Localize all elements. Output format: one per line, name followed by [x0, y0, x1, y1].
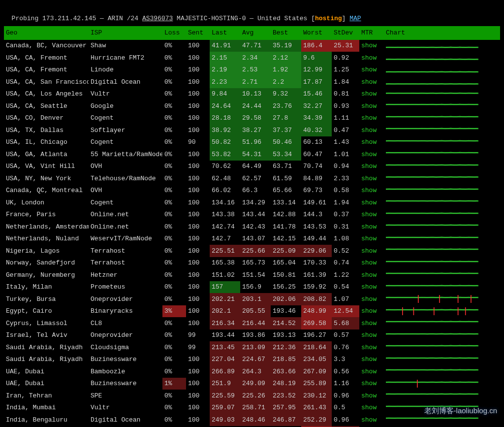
cell-last: 259.07 — [210, 402, 240, 414]
cell-chart[interactable] — [384, 269, 500, 281]
cell-chart[interactable] — [384, 40, 500, 52]
cell-loss: 0% — [162, 172, 186, 185]
mtr-show-link[interactable]: show — [361, 416, 377, 424]
cell-chart[interactable] — [384, 281, 500, 294]
cell-chart[interactable] — [384, 88, 500, 100]
mtr-show-link[interactable]: show — [361, 331, 377, 339]
cell-loss: 0% — [162, 402, 186, 414]
mtr-show-link[interactable]: show — [361, 187, 377, 194]
cell-avg: 203.1 — [240, 293, 271, 305]
mtr-show-link[interactable]: show — [361, 344, 377, 351]
mtr-show-link[interactable]: show — [361, 151, 377, 158]
cell-chart[interactable] — [384, 365, 500, 378]
col-mtr[interactable]: MTR — [359, 26, 384, 40]
mtr-show-link[interactable]: show — [361, 271, 377, 279]
col-last[interactable]: Last — [210, 26, 240, 40]
col-best[interactable]: Best — [271, 26, 301, 40]
cell-chart[interactable] — [384, 257, 500, 269]
col-stdev[interactable]: StDev — [332, 26, 359, 40]
cell-chart[interactable] — [384, 76, 500, 88]
mtr-show-link[interactable]: show — [361, 283, 377, 291]
cell-chart[interactable] — [384, 414, 500, 426]
cell-chart[interactable] — [384, 136, 500, 149]
mtr-show-link[interactable]: show — [361, 380, 377, 387]
cell-chart[interactable] — [384, 209, 500, 221]
mtr-show-link[interactable]: show — [361, 247, 377, 255]
cell-last: 202.21 — [210, 293, 240, 305]
cell-chart[interactable] — [384, 100, 500, 112]
cell-chart[interactable] — [384, 245, 500, 257]
mtr-show-link[interactable]: show — [361, 138, 377, 146]
cell-chart[interactable] — [384, 197, 500, 209]
cell-chart[interactable] — [384, 148, 500, 161]
cell-avg: 264.3 — [240, 365, 271, 378]
cell-best: 35.19 — [271, 40, 301, 52]
cell-sent: 100 — [186, 52, 210, 64]
cell-chart[interactable] — [384, 112, 500, 125]
cell-chart[interactable] — [384, 402, 500, 414]
mtr-show-link[interactable]: show — [361, 199, 377, 206]
cell-chart[interactable] — [384, 233, 500, 245]
mtr-show-link[interactable]: show — [361, 356, 377, 363]
cell-chart[interactable] — [384, 124, 500, 136]
mtr-show-link[interactable]: show — [361, 163, 377, 170]
cell-chart[interactable] — [384, 221, 500, 233]
cell-chart[interactable] — [384, 185, 500, 197]
cell-chart[interactable] — [384, 378, 500, 390]
mtr-show-link[interactable]: show — [361, 368, 377, 375]
cell-isp: CL8 — [89, 317, 162, 329]
col-avg[interactable]: Avg — [240, 26, 271, 40]
col-isp[interactable]: ISP — [89, 26, 162, 40]
cell-chart[interactable] — [384, 354, 500, 366]
cell-worst: 32.27 — [301, 100, 332, 112]
cell-best: 150.81 — [271, 269, 301, 281]
col-sent[interactable]: Sent — [186, 26, 210, 40]
col-chart[interactable]: Chart — [384, 26, 500, 40]
cell-isp: Hurricane FMT2 — [89, 52, 162, 64]
mtr-show-link[interactable]: show — [361, 90, 377, 98]
mtr-show-link[interactable]: show — [361, 127, 377, 134]
col-loss[interactable]: Loss — [162, 26, 186, 40]
mtr-show-link[interactable]: show — [361, 223, 377, 230]
mtr-show-link[interactable]: show — [361, 404, 377, 411]
mtr-show-link[interactable]: show — [361, 42, 377, 49]
cell-chart[interactable] — [384, 390, 500, 402]
cell-last: 216.34 — [210, 317, 240, 329]
cell-geo: Netherlands, Amsterdam — [4, 221, 89, 233]
map-link[interactable]: MAP — [349, 15, 361, 22]
mtr-show-link[interactable]: show — [361, 392, 377, 399]
cell-last: 193.44 — [210, 329, 240, 342]
table-row: USA, TX, DallasSoftlayer0%10038.9238.273… — [4, 124, 500, 136]
cell-worst: 186.4 — [301, 40, 332, 52]
mtr-show-link[interactable]: show — [361, 114, 377, 122]
mtr-show-link[interactable]: show — [361, 307, 377, 315]
asn-link[interactable]: AS396073 — [142, 15, 173, 22]
mtr-show-link[interactable]: show — [361, 296, 377, 303]
cell-chart[interactable] — [384, 161, 500, 173]
mtr-show-link[interactable]: show — [361, 102, 377, 110]
mtr-show-link[interactable]: show — [361, 54, 377, 62]
cell-chart[interactable] — [384, 172, 500, 185]
col-geo[interactable]: Geo — [4, 26, 89, 40]
mtr-show-link[interactable]: show — [361, 320, 377, 327]
table-row: USA, CO, DenverCogent0%10028.1829.5827.8… — [4, 112, 500, 125]
cell-chart[interactable] — [384, 341, 500, 354]
mtr-show-link[interactable]: show — [361, 259, 377, 266]
col-worst[interactable]: Worst — [301, 26, 332, 40]
cell-chart[interactable] — [384, 317, 500, 329]
cell-last: 151.02 — [210, 269, 240, 281]
cell-avg: 62.57 — [240, 172, 271, 185]
mtr-show-link[interactable]: show — [361, 211, 377, 218]
cell-chart[interactable] — [384, 52, 500, 64]
mtr-show-link[interactable]: show — [361, 78, 377, 86]
mtr-show-link[interactable]: show — [361, 175, 377, 182]
cell-chart[interactable] — [384, 293, 500, 305]
cell-chart[interactable] — [384, 64, 500, 76]
mtr-show-link[interactable]: show — [361, 66, 377, 73]
cell-chart[interactable] — [384, 305, 500, 318]
cell-chart[interactable] — [384, 329, 500, 342]
mtr-show-link[interactable]: show — [361, 235, 377, 242]
cell-isp: Oneprovider — [89, 329, 162, 342]
cell-avg: 134.29 — [240, 197, 271, 209]
cell-worst: 60.13 — [301, 136, 332, 149]
